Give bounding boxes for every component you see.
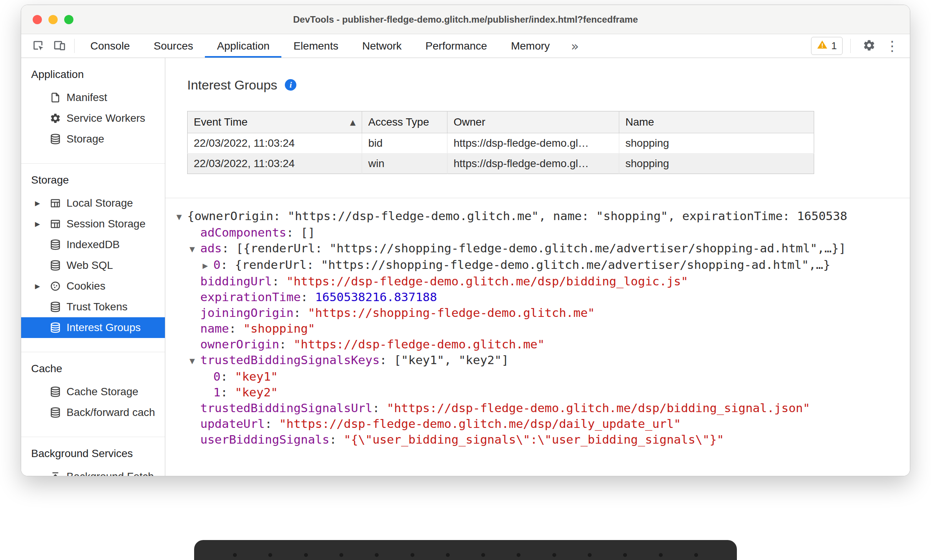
- sidebar-item-trust-tokens[interactable]: Trust Tokens: [21, 297, 165, 317]
- tree-token-number: 1650538216.837188: [315, 290, 437, 304]
- sidebar-item-label: Cache Storage: [66, 386, 138, 398]
- column-header-name[interactable]: Name: [619, 111, 814, 133]
- sidebar-section-application: ApplicationManifestService WorkersStorag…: [21, 58, 165, 163]
- sidebar-item-manifest[interactable]: Manifest: [21, 87, 165, 108]
- table-icon: [50, 218, 61, 230]
- dock-dot: [339, 553, 343, 557]
- expand-arrow-icon[interactable]: ▶: [35, 220, 50, 228]
- tree-token-key: trustedBiddingSignalsKeys: [200, 353, 380, 367]
- tree-token-string: "key2": [235, 385, 278, 399]
- column-header-label: Owner: [454, 116, 485, 128]
- warning-icon: [817, 39, 828, 53]
- sidebar-item-back-forward-cach[interactable]: Back/forward cach: [21, 402, 165, 423]
- tree-line[interactable]: name: "shopping": [165, 321, 910, 336]
- devtools-body: ApplicationManifestService WorkersStorag…: [21, 58, 910, 476]
- section-header-cache: Cache: [21, 359, 165, 378]
- database-icon: [50, 133, 61, 145]
- tree-token-string: "https://dsp-fledge-demo.glitch.me": [294, 337, 545, 351]
- column-header-event-time[interactable]: Event Time▲: [188, 111, 362, 133]
- zoom-button[interactable]: [64, 15, 73, 24]
- titlebar: DevTools - publisher-fledge-demo.glitch.…: [21, 5, 910, 34]
- collapse-arrow-icon[interactable]: ▼: [176, 209, 187, 225]
- sidebar-item-local-storage[interactable]: ▶Local Storage: [21, 193, 165, 214]
- sidebar-section-storage: Storage▶Local Storage▶Session StorageInd…: [21, 163, 165, 352]
- sidebar-item-service-workers[interactable]: Service Workers: [21, 108, 165, 129]
- sidebar-item-interest-groups[interactable]: Interest Groups: [21, 317, 165, 338]
- column-header-access-type[interactable]: Access Type: [362, 111, 447, 133]
- tree-line[interactable]: ownerOrigin: "https://dsp-fledge-demo.gl…: [165, 336, 910, 352]
- info-icon[interactable]: i: [285, 79, 296, 91]
- document-icon: [50, 92, 61, 103]
- sidebar-item-indexeddb[interactable]: IndexedDB: [21, 234, 165, 255]
- tree-line[interactable]: biddingUrl: "https://dsp-fledge-demo.gli…: [165, 273, 910, 289]
- tab-application[interactable]: Application: [205, 34, 281, 58]
- sidebar: ApplicationManifestService WorkersStorag…: [21, 58, 165, 476]
- tree-line[interactable]: ▼{ownerOrigin: "https://dsp-fledge-demo.…: [165, 208, 910, 225]
- tree-token-plain: : {renderUrl: "https://shopping-fledge-d…: [221, 258, 830, 272]
- dock-dot: [623, 553, 627, 557]
- tree-line[interactable]: adComponents: []: [165, 225, 910, 240]
- toolbar-right: 1 ⋮: [811, 34, 901, 58]
- toolbar-separator: [850, 39, 851, 53]
- sidebar-item-cookies[interactable]: ▶Cookies: [21, 276, 165, 297]
- close-button[interactable]: [33, 15, 42, 24]
- expand-arrow-icon[interactable]: ▶: [35, 199, 50, 207]
- menu-button[interactable]: ⋮: [884, 38, 901, 54]
- tree-line[interactable]: expirationTime: 1650538216.837188: [165, 289, 910, 305]
- inspect-button[interactable]: [27, 34, 49, 58]
- section-header-storage: Storage: [21, 171, 165, 190]
- section-header-application: Application: [21, 65, 165, 84]
- tree-line[interactable]: ▼trustedBiddingSignalsKeys: ["key1", "ke…: [165, 352, 910, 369]
- more-tabs-button[interactable]: »: [562, 34, 588, 58]
- sidebar-item-label: Service Workers: [66, 112, 145, 124]
- macos-dock[interactable]: [194, 540, 737, 560]
- expand-arrow-icon[interactable]: ▶: [203, 258, 213, 273]
- tree-line[interactable]: 0: "key1": [165, 369, 910, 384]
- collapse-arrow-icon[interactable]: ▼: [190, 353, 200, 369]
- device-toolbar-button[interactable]: [49, 34, 70, 58]
- tab-memory[interactable]: Memory: [499, 34, 562, 58]
- sidebar-item-web-sql[interactable]: Web SQL: [21, 255, 165, 276]
- tree-line[interactable]: userBiddingSignals: "{\"user_bidding_sig…: [165, 432, 910, 447]
- tree-token-string: "key1": [235, 369, 278, 383]
- table-row[interactable]: 22/03/2022, 11:03:24bidhttps://dsp-fledg…: [188, 133, 814, 154]
- tree-token-plain: :: [229, 321, 243, 335]
- sidebar-item-label: Storage: [66, 133, 104, 145]
- issues-badge[interactable]: 1: [811, 37, 843, 55]
- tree-line[interactable]: joiningOrigin: "https://shopping-fledge-…: [165, 305, 910, 321]
- collapse-arrow-icon[interactable]: ▼: [190, 241, 200, 257]
- tree-line[interactable]: trustedBiddingSignalsUrl: "https://dsp-f…: [165, 400, 910, 416]
- sidebar-item-session-storage[interactable]: ▶Session Storage: [21, 214, 165, 234]
- tab-performance[interactable]: Performance: [414, 34, 499, 58]
- tree-line[interactable]: ▼ads: [{renderUrl: "https://shopping-fle…: [165, 240, 910, 257]
- tree-token-key: 0: [213, 258, 221, 272]
- tab-elements[interactable]: Elements: [281, 34, 350, 58]
- kebab-menu-icon: ⋮: [885, 38, 899, 54]
- tree-token-plain: :: [272, 274, 286, 288]
- sidebar-item-label: Background Fetch: [66, 471, 154, 476]
- table-row[interactable]: 22/03/2022, 11:03:24winhttps://dsp-fledg…: [188, 154, 814, 174]
- dock-dot: [694, 553, 698, 557]
- settings-button[interactable]: [858, 39, 880, 53]
- table-cell: https://dsp-fledge-demo.gl…: [447, 154, 619, 174]
- table-cell: bid: [362, 133, 447, 154]
- sidebar-item-label: Local Storage: [66, 197, 133, 209]
- tab-sources[interactable]: Sources: [142, 34, 205, 58]
- database-icon: [50, 407, 61, 418]
- expand-arrow-icon[interactable]: ▶: [35, 282, 50, 290]
- tree-line[interactable]: updateUrl: "https://dsp-fledge-demo.glit…: [165, 416, 910, 432]
- tab-network[interactable]: Network: [350, 34, 414, 58]
- sidebar-item-storage[interactable]: Storage: [21, 129, 165, 149]
- tree-line[interactable]: 1: "key2": [165, 384, 910, 400]
- sidebar-item-background-fetch[interactable]: Background Fetch: [21, 466, 165, 476]
- minimize-button[interactable]: [48, 15, 58, 24]
- tab-console[interactable]: Console: [78, 34, 142, 58]
- section-header-background-services: Background Services: [21, 444, 165, 463]
- tree-token-key: updateUrl: [200, 417, 265, 431]
- tree-line[interactable]: ▶0: {renderUrl: "https://shopping-fledge…: [165, 257, 910, 273]
- sidebar-item-cache-storage[interactable]: Cache Storage: [21, 381, 165, 402]
- panel-header: Interest Groups i: [187, 76, 910, 94]
- inspect-cursor-icon: [32, 39, 45, 53]
- sidebar-item-label: Back/forward cach: [66, 406, 155, 419]
- column-header-owner[interactable]: Owner: [447, 111, 619, 133]
